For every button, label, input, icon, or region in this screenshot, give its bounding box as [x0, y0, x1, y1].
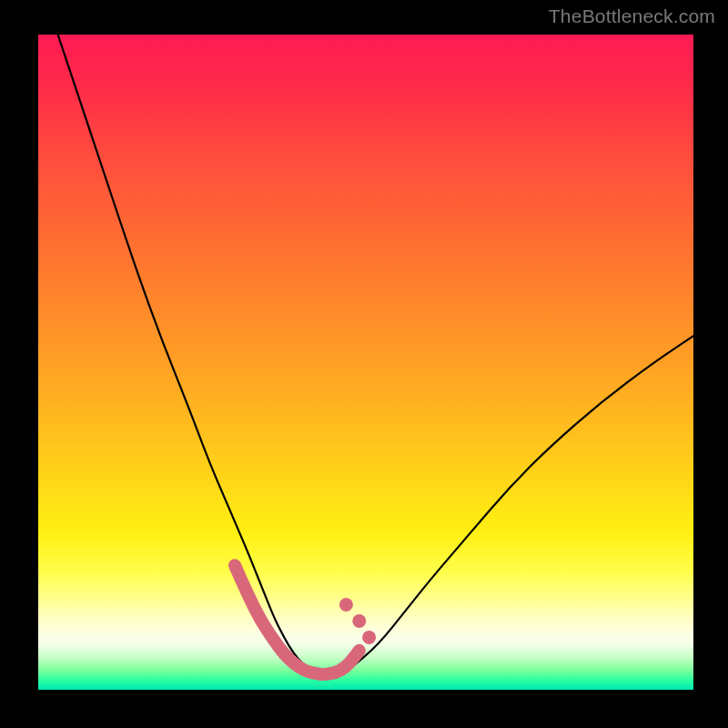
pink-dot-cluster [339, 598, 376, 644]
black-curve [58, 35, 693, 675]
curve-layer [38, 35, 693, 690]
pink-highlight [235, 565, 359, 674]
pink-dot [339, 598, 353, 612]
pink-dot [362, 631, 376, 644]
pink-dot [352, 614, 366, 628]
chart-frame: TheBottleneck.com [0, 0, 728, 728]
watermark-text: TheBottleneck.com [549, 5, 715, 27]
plot-area [38, 35, 693, 690]
